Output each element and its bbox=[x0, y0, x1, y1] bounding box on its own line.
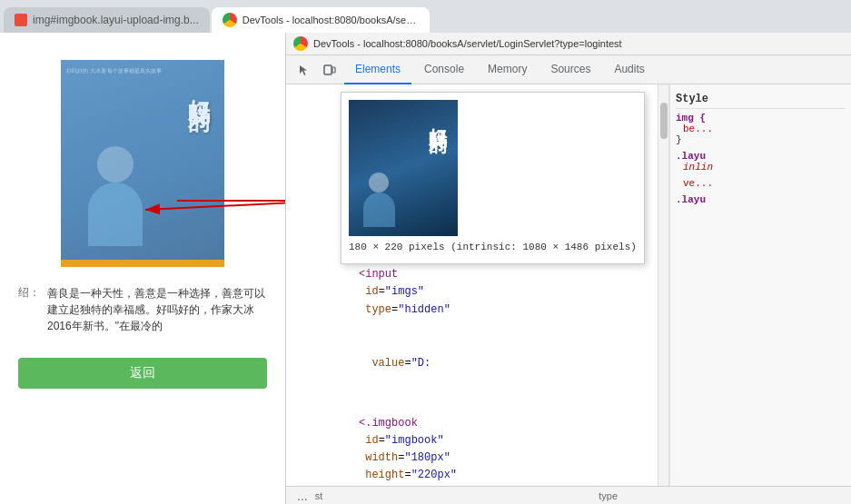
devtools-panel: DevTools - localhost:8080/booksA/servlet… bbox=[286, 33, 851, 504]
book-cover-container: 好吗好的 大冰著 每个故事都是真实故事 好吗好的 bbox=[0, 60, 285, 267]
devtools-tabs: Elements Console Memory Sources Audits bbox=[344, 55, 844, 84]
book-overlay bbox=[61, 60, 224, 260]
device-tool-button[interactable] bbox=[319, 59, 341, 81]
svg-rect-3 bbox=[324, 65, 331, 74]
browser-tab-bar: img#imgbook.layui-upload-img.b... DevToo… bbox=[0, 0, 851, 33]
cursor-icon bbox=[298, 64, 311, 76]
style-panel-header: Style bbox=[676, 90, 846, 109]
style-rule-1: img { be... } bbox=[676, 113, 846, 145]
style-panel: Style img { be... } .layu inlin ve... .l… bbox=[669, 84, 851, 486]
img-preview-tooltip: 好吗好的 180 × 220 pixels (intrinsic: 1080 ×… bbox=[341, 92, 645, 264]
tab-devtools-label: DevTools - localhost:8080/booksA/servlet… bbox=[242, 15, 419, 25]
tab-book[interactable]: img#imgbook.layui-upload-img.b... bbox=[4, 7, 210, 33]
style-rule-2: .layu inlin bbox=[676, 151, 846, 173]
webpage-panel: 好吗好的 大冰著 每个故事都是真实故事 好吗好的 bbox=[0, 33, 286, 504]
svg-rect-4 bbox=[332, 67, 335, 73]
img-dimensions-text: 180 × 220 pixels (intrinsic: 1080 × 1486… bbox=[349, 240, 637, 256]
devtools-toolbar: Elements Console Memory Sources Audits bbox=[286, 55, 851, 84]
browser-main: 好吗好的 大冰著 每个故事都是真实故事 好吗好的 bbox=[0, 33, 851, 504]
tab-memory[interactable]: Memory bbox=[477, 55, 538, 84]
st-text: st bbox=[315, 490, 323, 501]
preview-title: 好吗好的 bbox=[421, 114, 450, 124]
tab-sources[interactable]: Sources bbox=[539, 55, 601, 84]
dom-panel[interactable]: 好吗好的 180 × 220 pixels (intrinsic: 1080 ×… bbox=[286, 84, 669, 486]
dom-tag: <input bbox=[359, 268, 398, 281]
scrollbar[interactable] bbox=[658, 84, 668, 486]
tab-book-label: img#imgbook.layui-upload-img.b... bbox=[33, 14, 199, 26]
intro-label: 绍： bbox=[18, 285, 40, 334]
book-info: 绍： 善良是一种天性，善意是一种选择，善意可以建立起独特的幸福感。好吗好的，作家… bbox=[0, 276, 285, 349]
tab-console[interactable]: Console bbox=[413, 55, 475, 84]
ellipsis-button[interactable]: ... bbox=[293, 489, 312, 503]
book-intro-row: 绍： 善良是一种天性，善意是一种选择，善意可以建立起独特的幸福感。好吗好的，作家… bbox=[18, 285, 267, 334]
book-cover-wrapper: 好吗好的 大冰著 每个故事都是真实故事 好吗好的 bbox=[61, 60, 224, 267]
devtools-title: DevTools - localhost:8080/booksA/servlet… bbox=[313, 38, 622, 49]
chrome-favicon-icon bbox=[223, 13, 237, 27]
devtools-bottom-bar: ... st type bbox=[286, 486, 851, 504]
cursor-tool-button[interactable] bbox=[293, 59, 315, 81]
tab-elements[interactable]: Elements bbox=[344, 55, 411, 84]
preview-head bbox=[369, 173, 389, 193]
img-preview-thumbnail: 好吗好的 bbox=[349, 100, 458, 236]
style-rule-3: ve... bbox=[676, 178, 846, 189]
scrollbar-thumb bbox=[660, 103, 668, 139]
preview-body bbox=[363, 193, 395, 227]
dom-line-2[interactable]: value="D: bbox=[286, 337, 668, 391]
devtools-content: 好吗好的 180 × 220 pixels (intrinsic: 1080 ×… bbox=[286, 84, 851, 486]
book-cover: 好吗好的 大冰著 每个故事都是真实故事 好吗好的 bbox=[61, 60, 224, 260]
tab-audits[interactable]: Audits bbox=[603, 55, 655, 84]
tab-devtools[interactable]: DevTools - localhost:8080/booksA/servlet… bbox=[212, 7, 430, 33]
dom-line-3[interactable]: <.imgbook id="imgbook" width="180px" hei… bbox=[286, 397, 668, 487]
devtools-chrome-icon bbox=[293, 36, 308, 51]
book-favicon-icon bbox=[15, 14, 27, 26]
intro-text: 善良是一种天性，善意是一种选择，善意可以建立起独特的幸福感。好吗好的，作家大冰2… bbox=[47, 285, 267, 334]
type-text: type bbox=[599, 490, 618, 501]
back-button[interactable]: 返回 bbox=[18, 358, 267, 389]
style-rule-4: .layu bbox=[676, 194, 846, 205]
preview-figure bbox=[356, 173, 401, 227]
devtools-titlebar: DevTools - localhost:8080/booksA/servlet… bbox=[286, 33, 851, 55]
book-bottom-bar bbox=[61, 260, 224, 267]
device-icon bbox=[323, 64, 336, 76]
